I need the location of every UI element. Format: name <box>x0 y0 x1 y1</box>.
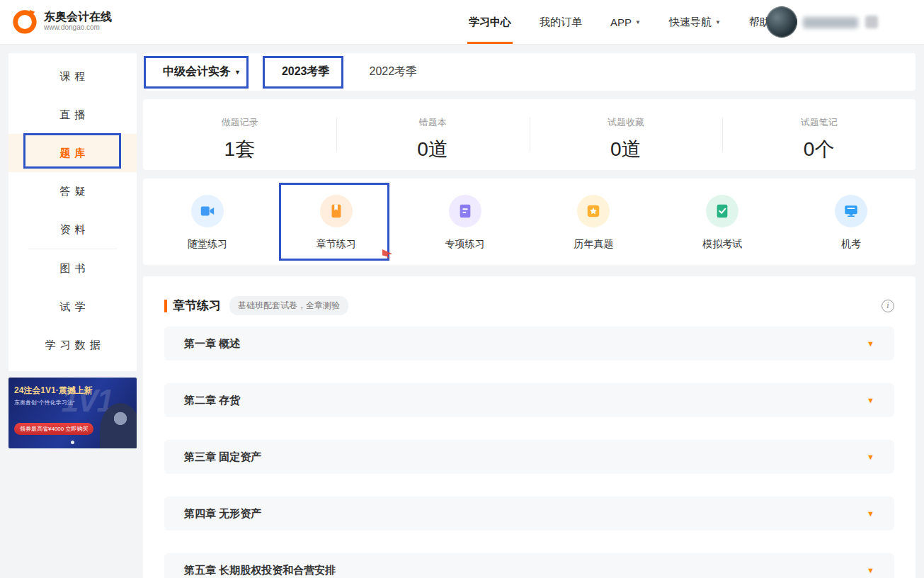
tab-season-2023[interactable]: 2023考季 <box>270 57 341 86</box>
stat-value: 0道 <box>336 136 530 163</box>
subject-label: 中级会计实务 <box>163 64 231 79</box>
dongao-logo-icon <box>11 8 38 35</box>
nav-learning-center[interactable]: 学习中心 <box>467 0 513 44</box>
stat-value: 1套 <box>143 136 336 163</box>
main-nav: 学习中心 我的订单 APP ▼ 快速导航 ▼ 帮助 <box>467 0 772 44</box>
practice-label: 历年真题 <box>574 238 613 251</box>
camera-icon <box>191 195 224 227</box>
practice-label: 章节练习 <box>316 238 356 251</box>
practice-label: 机考 <box>841 238 861 251</box>
section-badge: 基础班配套试卷，全章测验 <box>229 296 348 315</box>
section-title: 章节练习 <box>173 298 221 314</box>
exam-check-icon <box>706 195 738 227</box>
section-header: 章节练习 基础班配套试卷，全章测验 i <box>164 296 894 315</box>
practice-label: 模拟考试 <box>702 238 742 251</box>
tab-season-2022[interactable]: 2022考季 <box>370 64 418 79</box>
practice-types-panel: 随堂练习 章节练习 专项练习 历年真题 模拟考试 <box>143 178 916 265</box>
stat-value: 0道 <box>530 136 723 163</box>
practice-mock-exam[interactable]: 模拟考试 <box>658 178 787 265</box>
username-redacted[interactable] <box>803 17 858 28</box>
nav-label: 我的订单 <box>540 16 582 29</box>
sidebar: 课程 直播 题库 答疑 资料 图书 试学 学习数据 <box>8 53 137 371</box>
banner-headline: 24注会1V1·震撼上新 <box>14 385 93 397</box>
stat-wrong-questions[interactable]: 错题本 0道 <box>336 99 530 170</box>
chapter-practice-section: 章节练习 基础班配套试卷，全章测验 i 第一章 概述 ▼ 第二章 存货 ▼ 第三… <box>143 276 916 578</box>
stat-value: 0个 <box>722 136 916 163</box>
sidebar-item-study-data[interactable]: 学习数据 <box>8 326 137 364</box>
user-level-badge-redacted <box>865 16 878 28</box>
sidebar-item-books[interactable]: 图书 <box>8 249 137 288</box>
logo-text: 东奥会计在线 www.dongao.com <box>44 11 112 32</box>
chapter-row-2[interactable]: 第二章 存货 ▼ <box>164 383 894 417</box>
chapter-row-1[interactable]: 第一章 概述 ▼ <box>164 327 894 361</box>
season-label: 2022考季 <box>370 64 418 79</box>
site-logo[interactable]: 东奥会计在线 www.dongao.com <box>11 8 112 35</box>
banner-subline: 东奥首创“个性化学习法” <box>14 399 74 407</box>
stat-favorites[interactable]: 试题收藏 0道 <box>530 99 723 170</box>
practice-label: 专项练习 <box>445 238 485 251</box>
chapter-row-5[interactable]: 第五章 长期股权投资和合营安排 ▼ <box>164 553 894 578</box>
info-icon[interactable]: i <box>882 300 894 312</box>
nav-my-orders[interactable]: 我的订单 <box>538 0 583 44</box>
chevron-down-icon[interactable]: ▼ <box>867 453 874 461</box>
carousel-dot[interactable] <box>71 441 74 444</box>
sidebar-item-qa[interactable]: 答疑 <box>8 172 137 210</box>
practice-in-class[interactable]: 随堂练习 <box>143 178 272 265</box>
chevron-down-icon: ▼ <box>635 19 641 26</box>
promo-banner[interactable]: 1V1 24注会1V1·震撼上新 东奥首创“个性化学习法” 领券最高省¥4000… <box>8 378 137 448</box>
practice-chapter[interactable]: 章节练习 <box>272 178 401 265</box>
logo-subtitle: www.dongao.com <box>44 23 112 32</box>
stat-label: 做题记录 <box>143 116 336 129</box>
chapter-label: 第三章 固定资产 <box>184 450 261 464</box>
chevron-down-icon[interactable]: ▼ <box>867 509 874 518</box>
chapter-row-4[interactable]: 第四章 无形资产 ▼ <box>164 497 894 531</box>
top-header: 东奥会计在线 www.dongao.com 学习中心 我的订单 APP ▼ 快速… <box>0 0 924 44</box>
subject-dropdown[interactable]: 中级会计实务 ▼ <box>153 57 251 86</box>
chapter-label: 第五章 长期股权投资和合营安排 <box>184 564 336 577</box>
star-badge-icon <box>577 195 610 227</box>
chapter-label: 第四章 无形资产 <box>184 507 261 521</box>
sidebar-item-materials[interactable]: 资料 <box>8 210 137 249</box>
nav-label: APP <box>610 16 632 28</box>
logo-title: 东奥会计在线 <box>44 11 112 23</box>
sidebar-item-question-bank[interactable]: 题库 <box>8 134 137 172</box>
chevron-down-icon: ▼ <box>234 69 241 76</box>
chapter-label: 第一章 概述 <box>184 337 240 351</box>
book-icon <box>320 195 353 227</box>
stat-notes[interactable]: 试题笔记 0个 <box>722 99 916 170</box>
stat-label: 试题笔记 <box>722 116 916 129</box>
chapter-row-3[interactable]: 第三章 固定资产 ▼ <box>164 440 894 474</box>
chevron-down-icon[interactable]: ▼ <box>867 339 874 348</box>
stat-label: 试题收藏 <box>530 116 723 129</box>
practice-computer-exam[interactable]: 机考 <box>787 178 916 265</box>
chapter-list: 第一章 概述 ▼ 第二章 存货 ▼ 第三章 固定资产 ▼ 第四章 无形资产 ▼ … <box>164 327 894 578</box>
nav-quick-nav[interactable]: 快速导航 ▼ <box>668 0 722 44</box>
title-accent-bar <box>164 300 167 312</box>
sidebar-item-live[interactable]: 直播 <box>8 96 137 134</box>
stat-label: 错题本 <box>336 116 530 129</box>
practice-special[interactable]: 专项练习 <box>401 178 530 265</box>
chevron-down-icon[interactable]: ▼ <box>867 396 874 404</box>
practice-past-papers[interactable]: 历年真题 <box>529 178 658 265</box>
monitor-icon <box>835 195 867 227</box>
chevron-down-icon: ▼ <box>715 19 721 26</box>
nav-app[interactable]: APP ▼ <box>609 0 642 44</box>
banner-cta-button[interactable]: 领券最高省¥4000 立即购买 <box>14 423 93 435</box>
chevron-down-icon[interactable]: ▼ <box>867 566 874 574</box>
season-label: 2023考季 <box>282 64 330 79</box>
stats-panel: 做题记录 1套 错题本 0道 试题收藏 0道 试题笔记 0个 <box>143 99 916 170</box>
subject-tabbar: 中级会计实务 ▼ 2023考季 2022考季 <box>143 53 916 91</box>
chapter-label: 第二章 存货 <box>184 394 240 407</box>
user-avatar[interactable] <box>766 6 797 38</box>
sidebar-item-trial[interactable]: 试学 <box>8 288 137 326</box>
document-lines-icon <box>449 195 481 227</box>
stat-practice-record[interactable]: 做题记录 1套 <box>143 99 336 170</box>
nav-label: 快速导航 <box>669 16 712 29</box>
practice-label: 随堂练习 <box>188 238 227 251</box>
sidebar-item-courses[interactable]: 课程 <box>8 57 137 96</box>
page: 东奥会计在线 www.dongao.com 学习中心 我的订单 APP ▼ 快速… <box>0 0 924 578</box>
nav-label: 学习中心 <box>469 16 511 29</box>
